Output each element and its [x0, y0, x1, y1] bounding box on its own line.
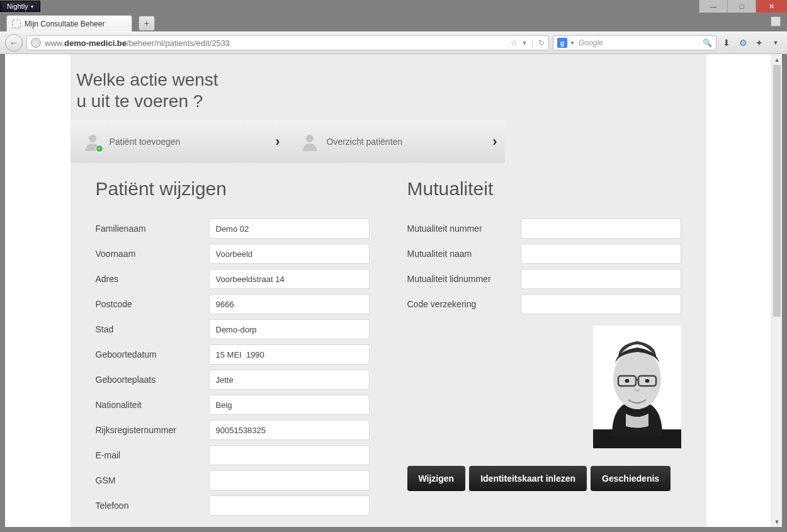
label-rijksregisternummer: Rijksregisternummer [96, 425, 209, 435]
label-email: E-mail [96, 450, 209, 460]
tab-groups-button[interactable] [771, 16, 781, 26]
person-add-icon: + [83, 132, 102, 151]
url-prefix: www. [45, 38, 64, 48]
devtools-icon[interactable]: ⚙ [737, 37, 749, 49]
browser-window: Nightly — □ ✕ Mijn Consultatie Beheer + … [0, 0, 787, 532]
page-heading: Welke actie wenst u uit te voeren ? [71, 54, 706, 120]
tab-favicon [12, 20, 21, 28]
chevron-right-icon: › [492, 133, 497, 150]
label-mut-naam: Mutualiteit naam [407, 249, 521, 259]
section-title-mutuality: Mutualiteit [407, 178, 681, 200]
plus-badge-icon: + [96, 145, 103, 152]
input-postcode[interactable] [209, 294, 370, 314]
label-telefoon: Telefoon [96, 501, 209, 511]
input-geboorteplaats[interactable] [209, 370, 370, 390]
scroll-thumb[interactable] [773, 65, 781, 317]
search-icon[interactable]: 🔍 [703, 38, 712, 47]
input-nationaliteit[interactable] [209, 395, 370, 415]
button-row: Wijzigen Identiteitskaart inlezen Geschi… [407, 466, 681, 491]
addon-icon[interactable]: ✦ [753, 37, 766, 49]
action-strip: + Patiënt toevoegen › Overzicht patiënte… [71, 120, 505, 163]
label-geboorteplaats: Geboorteplaats [96, 375, 209, 385]
tab-title: Mijn Consultatie Beheer [25, 20, 105, 28]
search-engine-dropdown-icon[interactable]: ▼ [570, 40, 575, 46]
close-button[interactable]: ✕ [756, 0, 787, 13]
input-telefoon[interactable] [209, 495, 370, 516]
person-icon [300, 132, 319, 151]
minimize-button[interactable]: — [699, 0, 727, 13]
input-familienaam[interactable] [209, 218, 370, 239]
label-stad: Stad [96, 324, 209, 334]
label-familienaam: Familienaam [96, 224, 209, 234]
page: Welke actie wenst u uit te voeren ? + Pa… [5, 54, 771, 527]
label-geboortedatum: Geboortedatum [96, 349, 209, 359]
urlbar-right-icons: ☆ ▾ | ↻ [511, 38, 545, 47]
search-box[interactable]: g ▼ Google 🔍 [553, 35, 716, 50]
label-mut-lidnummer: Mutualiteit lidnummer [407, 274, 521, 284]
geschiedenis-button[interactable]: Geschiedenis [591, 466, 671, 491]
action-add-patient-label: Patiënt toevoegen [110, 137, 181, 147]
content-area: Welke actie wenst u uit te voeren ? + Pa… [5, 54, 782, 527]
app-menu-button[interactable]: Nightly [0, 1, 40, 12]
search-placeholder: Google [579, 38, 603, 47]
window-controls: — □ ✕ [699, 0, 787, 13]
label-postcode: Postcode [96, 299, 209, 309]
browser-tab[interactable]: Mijn Consultatie Beheer [6, 15, 132, 31]
new-tab-button[interactable]: + [139, 16, 155, 31]
action-overview-patients-label: Overzicht patiënten [327, 137, 403, 147]
scroll-down-arrow[interactable]: ▼ [772, 516, 782, 527]
tab-bar: Mijn Consultatie Beheer + [0, 13, 787, 31]
vertical-scrollbar[interactable]: ▲ ▼ [771, 54, 782, 527]
input-geboortedatum[interactable] [209, 344, 370, 365]
input-adres[interactable] [209, 269, 370, 289]
downloads-icon[interactable]: ⬇ [720, 37, 733, 49]
globe-icon [31, 38, 41, 48]
svg-point-1 [306, 135, 314, 142]
svg-point-5 [625, 379, 629, 383]
url-bar[interactable]: www.demo-medici.be/beheer/nl/patients/ed… [26, 35, 549, 50]
label-gsm: GSM [96, 475, 209, 485]
label-voornaam: Voornaam [96, 249, 209, 259]
input-mut-nummer[interactable] [521, 218, 681, 239]
input-mut-lidnummer[interactable] [521, 269, 681, 289]
url-domain: demo-medici.be [64, 38, 127, 48]
input-code-verzekering[interactable] [521, 294, 681, 314]
form-columns: Patiënt wijzigen Familienaam Voornaam Ad… [71, 163, 706, 521]
input-rijksregisternummer[interactable] [209, 420, 370, 440]
label-nationaliteit: Nationaliteit [96, 400, 209, 410]
id-inlezen-button[interactable]: Identiteitskaart inlezen [469, 466, 587, 491]
input-stad[interactable] [209, 319, 370, 339]
patient-column: Patiënt wijzigen Familienaam Voornaam Ad… [96, 163, 370, 521]
label-adres: Adres [96, 274, 209, 284]
label-mut-nummer: Mutualiteit nummer [407, 224, 521, 234]
action-overview-patients[interactable]: Overzicht patiënten › [288, 132, 505, 151]
chevron-right-icon: › [275, 133, 280, 150]
input-voornaam[interactable] [209, 244, 370, 264]
svg-point-0 [89, 135, 96, 142]
label-code-verzekering: Code verzekering [407, 299, 521, 309]
reload-icon[interactable]: ↻ [538, 38, 545, 47]
input-gsm[interactable] [209, 470, 370, 490]
wijzigen-button[interactable]: Wijzigen [407, 466, 466, 491]
toolbar-dropdown-icon[interactable]: ▼ [769, 37, 782, 49]
section-title-patient: Patiënt wijzigen [96, 178, 370, 200]
mutuality-column: Mutualiteit Mutualiteit nummer Mutualite… [407, 163, 681, 521]
svg-point-6 [645, 379, 649, 383]
toolbar: ← www.demo-medici.be/beheer/nl/patients/… [0, 31, 787, 54]
input-mut-naam[interactable] [521, 244, 681, 264]
titlebar: Nightly — □ ✕ [0, 0, 787, 13]
patient-photo [593, 325, 681, 448]
url-path: /beheer/nl/patients/edit/2533 [127, 38, 230, 48]
back-button[interactable]: ← [5, 34, 23, 52]
action-add-patient[interactable]: + Patiënt toevoegen › [71, 132, 288, 151]
bookmark-icon[interactable]: ☆ [511, 38, 518, 47]
page-inner: Welke actie wenst u uit te voeren ? + Pa… [71, 54, 706, 527]
scroll-up-arrow[interactable]: ▲ [772, 54, 782, 65]
input-email[interactable] [209, 445, 370, 465]
dropdown-icon[interactable]: ▾ [523, 38, 526, 47]
google-icon: g [557, 38, 567, 48]
maximize-button[interactable]: □ [727, 0, 756, 13]
